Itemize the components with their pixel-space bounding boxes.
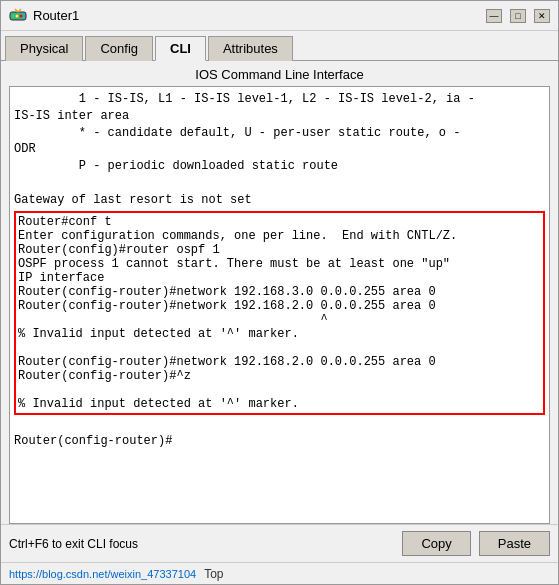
terminal-window[interactable]: 1 - IS-IS, L1 - IS-IS level-1, L2 - IS-I… bbox=[9, 86, 550, 524]
minimize-button[interactable]: — bbox=[486, 9, 502, 23]
cli-status-text: Ctrl+F6 to exit CLI focus bbox=[9, 537, 394, 551]
copy-button[interactable]: Copy bbox=[402, 531, 470, 556]
window-controls: — □ ✕ bbox=[486, 9, 550, 23]
terminal-highlighted-block: Router#conf t Enter configuration comman… bbox=[14, 211, 545, 415]
paste-button[interactable]: Paste bbox=[479, 531, 550, 556]
title-bar: Router1 — □ ✕ bbox=[1, 1, 558, 31]
svg-point-3 bbox=[20, 14, 23, 17]
footer-link[interactable]: https://blog.csdn.net/weixin_47337104 bbox=[9, 568, 196, 580]
title-bar-left: Router1 bbox=[9, 7, 79, 25]
tab-config[interactable]: Config bbox=[85, 36, 153, 61]
main-window: Router1 — □ ✕ Physical Config CLI Attrib… bbox=[0, 0, 559, 585]
tab-physical[interactable]: Physical bbox=[5, 36, 83, 61]
tab-bar: Physical Config CLI Attributes bbox=[1, 31, 558, 61]
terminal-prompt: Router(config-router)# bbox=[14, 417, 545, 451]
svg-point-1 bbox=[12, 14, 15, 17]
bottom-bar: Ctrl+F6 to exit CLI focus Copy Paste bbox=[1, 524, 558, 562]
tab-cli[interactable]: CLI bbox=[155, 36, 206, 61]
cli-header-label: IOS Command Line Interface bbox=[1, 61, 558, 86]
maximize-button[interactable]: □ bbox=[510, 9, 526, 23]
footer-top-label: Top bbox=[204, 567, 223, 581]
router-icon bbox=[9, 7, 27, 25]
cli-area: 1 - IS-IS, L1 - IS-IS level-1, L2 - IS-I… bbox=[9, 86, 550, 524]
svg-point-2 bbox=[16, 14, 19, 17]
window-title: Router1 bbox=[33, 8, 79, 23]
tab-attributes[interactable]: Attributes bbox=[208, 36, 293, 61]
close-button[interactable]: ✕ bbox=[534, 9, 550, 23]
terminal-prelude: 1 - IS-IS, L1 - IS-IS level-1, L2 - IS-I… bbox=[14, 91, 545, 209]
footer-bar: https://blog.csdn.net/weixin_47337104 To… bbox=[1, 562, 558, 584]
terminal-highlighted-text: Router#conf t Enter configuration comman… bbox=[18, 215, 457, 411]
